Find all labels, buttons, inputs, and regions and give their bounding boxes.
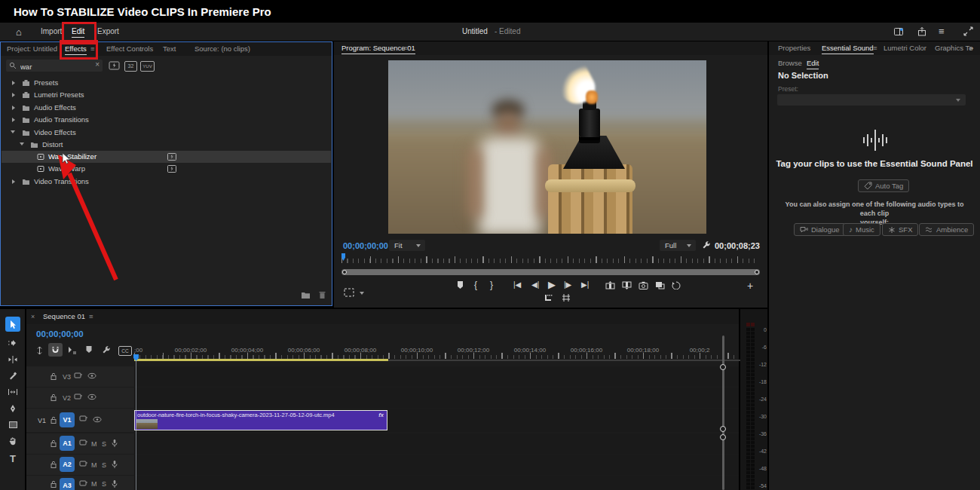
timeline-settings-wrench-icon[interactable] [101,345,111,355]
tree-item-video-effects[interactable]: Video Effects [2,127,331,139]
track-lane-a3[interactable] [134,476,739,490]
chevron-down-icon[interactable] [11,130,15,133]
chevron-right-icon[interactable] [12,93,15,97]
track-lane-a1[interactable] [134,433,739,454]
program-current-time[interactable]: 00;00;00;00 [343,241,388,250]
clip-fx-badge[interactable]: fx [378,412,384,418]
mark-in-icon[interactable]: { [474,280,477,290]
tab-graphics-templates[interactable]: Graphics Te [935,41,973,55]
go-to-out-icon[interactable]: ▶| [581,280,589,289]
lift-icon[interactable] [605,281,615,289]
track-target-v1[interactable]: V1 [60,412,75,427]
accelerated-effects-filter-icon[interactable] [109,61,120,70]
chevron-right-icon[interactable] [12,106,15,110]
sync-lock-icon[interactable] [79,439,88,446]
lock-icon[interactable] [50,394,57,402]
comparison-view-icon[interactable] [655,281,665,289]
audio-type-sfx-button[interactable]: SFX [882,223,918,236]
timeline-current-time[interactable]: 00;00;00;00 [36,329,84,338]
mute-button[interactable]: M [91,440,97,448]
sync-lock-icon[interactable] [74,372,83,379]
tree-item-audio-transitions[interactable]: Audio Transitions [2,114,331,126]
mute-button[interactable]: M [91,480,97,488]
audio-type-ambience-button[interactable]: Ambience [919,223,974,236]
chevron-right-icon[interactable] [12,179,15,184]
type-tool[interactable]: T [5,451,20,466]
sync-lock-icon[interactable] [79,415,88,422]
chevron-down-icon[interactable] [360,292,364,295]
chevron-right-icon[interactable] [12,118,15,122]
lock-icon[interactable] [50,480,57,488]
sync-lock-icon[interactable] [74,393,83,400]
auto-tag-button[interactable]: Auto Tag [858,179,909,192]
captions-icon[interactable]: CC [118,346,132,356]
step-back-icon[interactable]: ◀| [531,280,539,289]
lock-icon[interactable] [50,439,57,448]
program-ruler[interactable] [341,256,760,263]
hand-tool[interactable] [5,433,20,449]
eye-icon[interactable] [87,394,96,400]
tree-item-video-transitions[interactable]: Video Transitions [2,176,331,188]
selection-tool[interactable] [5,317,20,332]
timeline-clip[interactable]: outdoor-nature-fire-torch-in-focus-shaky… [134,410,387,430]
chevron-right-icon[interactable] [12,81,15,85]
add-marker-icon[interactable] [456,280,464,289]
scrollbar-handle-left[interactable] [342,270,347,274]
tab-properties[interactable]: Properties [778,41,810,55]
clear-search-icon[interactable]: × [95,60,100,69]
nest-toggle-icon[interactable] [35,346,44,355]
track-lane-v3[interactable] [134,366,739,387]
track-lane-v1[interactable]: outdoor-nature-fire-torch-in-focus-shaky… [134,409,739,432]
go-to-in-icon[interactable]: |◀ [513,280,521,289]
chevron-down-icon[interactable] [20,142,24,145]
tab-source[interactable]: Source: (no clips) [194,42,250,56]
eye-icon[interactable] [93,416,102,423]
zoom-level-select[interactable]: Fit [389,240,425,251]
tree-item-audio-effects[interactable]: Audio Effects [2,102,331,114]
scrollbar-handle[interactable] [720,434,726,440]
step-forward-icon[interactable]: |▶ [564,280,571,289]
track-label-v3[interactable]: V3 [63,373,71,381]
track-target-a3[interactable]: A3 [60,478,75,490]
tab-lumetri-color[interactable]: Lumetri Color [884,41,926,55]
home-icon[interactable]: ⌂ [16,26,22,38]
program-scrollbar[interactable] [341,269,760,275]
tree-item-lumetri-presets[interactable]: Lumetri Presets [2,89,331,101]
track-label-v2[interactable]: V2 [63,394,71,402]
tree-item-wave-warp[interactable]: Wave Warp [2,163,331,175]
track-target-a1[interactable]: A1 [60,436,75,451]
preset-select[interactable] [777,94,966,106]
close-sequence-icon[interactable]: × [31,313,35,320]
menu-export[interactable]: Export [97,27,119,35]
mic-icon[interactable] [111,460,118,469]
program-panel-menu-icon[interactable]: ≡ [403,41,408,55]
search-input[interactable] [19,60,90,73]
track-lane-a2[interactable] [134,455,739,475]
timeline-vertical-scrollbar[interactable] [722,335,724,490]
tree-item-distort[interactable]: Distort [2,139,331,151]
tree-item-warp-stabilizer[interactable]: Warp Stabilizer [2,151,331,163]
tree-item-presets[interactable]: Presets [2,77,331,89]
essential-sound-panel-menu-icon[interactable]: ≡ [873,41,877,55]
32bit-filter-icon[interactable]: 32 [124,61,137,72]
solo-button[interactable]: S [102,440,106,448]
sync-lock-icon[interactable] [79,479,88,487]
ripple-edit-tool[interactable] [5,352,20,367]
new-bin-icon[interactable] [301,291,311,299]
settings-wrench-icon[interactable] [701,240,711,250]
razor-tool[interactable] [5,369,20,384]
solo-button[interactable]: S [102,480,106,488]
scrollbar-handle[interactable] [720,364,726,370]
mic-icon[interactable] [111,479,118,488]
menu-import[interactable]: Import [41,27,62,35]
delete-icon[interactable] [318,290,326,299]
more-tabs-icon[interactable]: » [969,41,973,55]
lock-icon[interactable] [50,416,57,424]
slip-tool[interactable] [5,384,20,400]
workspace-icon[interactable] [893,26,904,37]
sync-lock-icon[interactable] [79,460,88,467]
play-icon[interactable]: ▶ [548,279,556,290]
tab-project[interactable]: Project: Untitled [7,42,57,56]
source-patch-v1[interactable]: V1 [38,417,46,424]
solo-button[interactable]: S [102,461,106,469]
